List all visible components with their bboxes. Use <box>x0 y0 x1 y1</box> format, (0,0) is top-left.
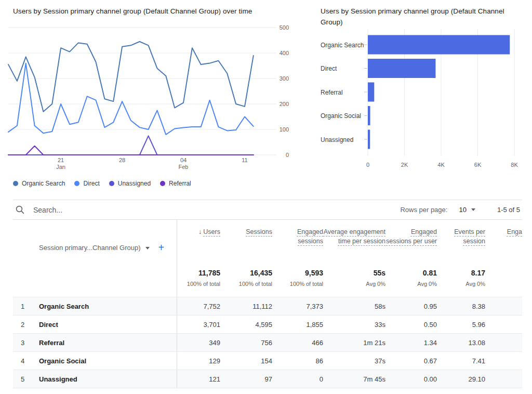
dimension-column-header[interactable]: Session primary...Channel Group) + <box>13 220 177 268</box>
metric-value-cell: 7,373 <box>272 297 323 315</box>
metric-value-cell: 1.34 <box>385 334 437 351</box>
metric-value-cell: 0.95 <box>385 297 437 315</box>
channel-name-cell: Unassigned <box>39 375 177 383</box>
y-axis-tick: 0 <box>286 152 289 158</box>
x-axis-tick-month: Feb <box>179 164 189 170</box>
x-axis-tick: 04 <box>180 157 187 163</box>
series-line-organic-search[interactable] <box>8 42 254 112</box>
totals-value: 0.81 <box>385 269 437 277</box>
bar-chart[interactable]: 02K4K6K8KOrganic SearchDirectReferralOrg… <box>321 25 530 176</box>
line-chart-title: Users by Session primary channel group (… <box>13 7 304 15</box>
pagination-controls: Rows per page: 10 1-5 of 5 <box>400 206 522 214</box>
x-axis-tick: 11 <box>242 157 247 163</box>
metric-value-cell: 466 <box>272 334 323 351</box>
table-row: 2Direct3,7014,5951,85533s0.505.96 <box>13 315 522 333</box>
bar-organic-social[interactable] <box>368 106 370 125</box>
series-line-direct[interactable] <box>8 63 254 135</box>
chevron-down-icon <box>145 247 150 249</box>
metric-value-cell: 13.08 <box>437 334 485 351</box>
table-row: 4Organic Social1291548637s0.677.41 <box>13 351 522 370</box>
metric-value-cell: 4,595 <box>220 316 272 333</box>
x-axis-tick: 28 <box>119 157 125 163</box>
totals-cell: 16,435100% of total <box>220 268 272 297</box>
legend-dot-icon <box>109 181 114 186</box>
rows-per-page-select[interactable]: 10 <box>459 206 475 214</box>
totals-spacer <box>13 268 177 297</box>
bar-category-label: Unassigned <box>321 136 353 143</box>
totals-sub-label: 100% of total <box>220 281 272 287</box>
channel-name-cell: Referral <box>39 339 177 347</box>
bar-x-axis-tick: 0 <box>366 162 369 168</box>
totals-sub-label: Avg 0% <box>385 281 437 287</box>
rows-per-page-value: 10 <box>459 206 466 214</box>
row-number: 1 <box>13 303 39 310</box>
line-chart-legend: Organic SearchDirectUnassignedReferral <box>13 180 191 187</box>
bar-x-axis-tick: 8K <box>511 162 518 168</box>
table-body: 1Organic Search7,75211,1127,37358s0.958.… <box>13 297 522 388</box>
totals-value: 55s <box>323 269 385 277</box>
totals-spacer <box>485 268 522 297</box>
bar-unassigned[interactable] <box>368 130 370 149</box>
x-axis-tick-month: Jan <box>56 164 65 170</box>
column-header-engaged-sessions[interactable]: Engaged sessions <box>272 220 323 268</box>
column-header-events-per-session[interactable]: Events per session <box>437 220 485 268</box>
totals-value: 8.17 <box>437 269 485 277</box>
legend-item: Direct <box>74 180 99 187</box>
y-axis-tick: 200 <box>280 101 289 107</box>
legend-item: Organic Search <box>13 180 65 187</box>
search-icon <box>15 205 25 215</box>
bar-category-label: Referral <box>321 89 343 96</box>
legend-label: Unassigned <box>118 180 151 187</box>
column-header-engaged-sessions-per-user[interactable]: Engaged sessions per user <box>385 220 437 268</box>
totals-value: 11,785 <box>177 269 220 277</box>
row-number: 3 <box>13 339 39 347</box>
metric-value-cell: 5.96 <box>437 316 485 333</box>
search-input[interactable] <box>33 206 200 214</box>
metric-value-cell: 8.38 <box>437 297 485 315</box>
channel-name-cell: Organic Social <box>39 357 177 365</box>
metric-value-cell: 7,752 <box>177 297 220 315</box>
add-dimension-button[interactable]: + <box>158 243 165 252</box>
metric-value-cell: 29.10 <box>437 370 485 388</box>
metric-value-cell: 3,701 <box>177 316 220 333</box>
series-line-referral[interactable] <box>8 146 254 155</box>
legend-dot-icon <box>74 181 79 186</box>
legend-dot-icon <box>13 181 18 186</box>
metric-value-cell: 58s <box>323 297 385 315</box>
bar-category-label: Direct <box>321 65 337 72</box>
x-axis-tick: 21 <box>58 157 64 163</box>
metric-value-cell: 0.50 <box>385 316 437 333</box>
legend-item: Referral <box>160 180 191 187</box>
column-header-sessions[interactable]: Sessions <box>220 220 272 268</box>
bar-direct[interactable] <box>368 59 435 78</box>
metric-value-cell: 97 <box>220 370 272 388</box>
bar-category-label: Organic Social <box>321 112 361 120</box>
series-line-unassigned[interactable] <box>8 136 254 155</box>
bar-x-axis-tick: 2K <box>401 162 408 168</box>
totals-cell: 8.17Avg 0% <box>437 268 485 297</box>
bar-referral[interactable] <box>368 83 374 102</box>
column-header-engagement-rate-clipped[interactable]: Enga <box>485 220 522 268</box>
table-row: 1Organic Search7,75211,1127,37358s0.958.… <box>13 297 522 315</box>
sort-descending-icon: ↓ <box>198 228 202 235</box>
table-row: 5Unassigned1219707m 45s0.0029.10 <box>13 370 522 388</box>
metrics-table: Rows per page: 10 1-5 of 5 Session prima… <box>13 200 522 388</box>
column-header-users[interactable]: ↓Users <box>177 220 220 268</box>
legend-dot-icon <box>160 181 165 186</box>
bar-organic-search[interactable] <box>368 35 510 55</box>
channel-name-cell: Direct <box>39 321 177 329</box>
totals-sub-label: Avg 0% <box>323 281 385 287</box>
channel-name-cell: Organic Search <box>39 303 177 310</box>
metric-value-cell: 0 <box>272 370 323 388</box>
totals-value: 9,593 <box>272 269 323 277</box>
y-axis-tick: 400 <box>280 50 289 56</box>
row-number: 2 <box>13 321 39 329</box>
pagination-range: 1-5 of 5 <box>497 206 520 214</box>
legend-label: Organic Search <box>22 180 65 187</box>
column-header-avg-engagement-time[interactable]: Average engagement time per session <box>323 220 385 268</box>
metric-value-cell: 1m 21s <box>323 334 385 351</box>
line-chart[interactable]: 010020030040050021Jan2804Feb11 <box>0 23 291 174</box>
row-number: 5 <box>13 375 39 383</box>
totals-value: 16,435 <box>220 269 272 277</box>
metric-value-cell: 7.41 <box>437 352 485 370</box>
